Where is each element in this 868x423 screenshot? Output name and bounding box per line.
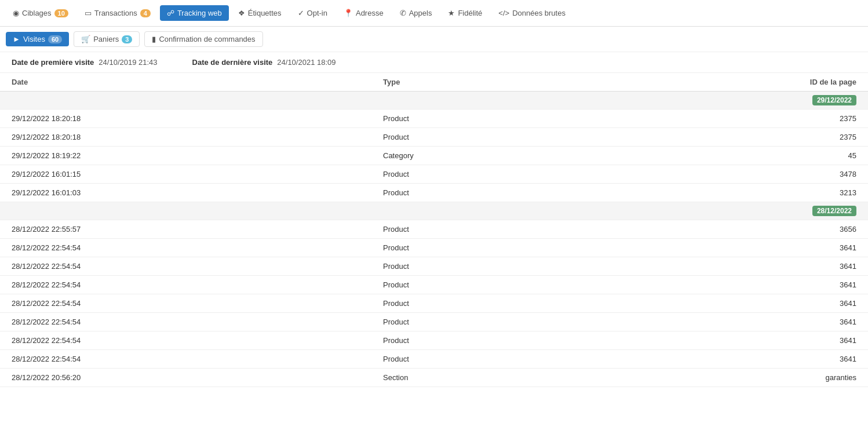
pin-icon: 📍 xyxy=(344,9,353,17)
cell-type: Product xyxy=(371,110,588,128)
table-row: 28/12/2022 22:55:57Product3656 xyxy=(0,220,868,239)
tab-adresse[interactable]: 📍 Adresse xyxy=(337,5,391,21)
cell-date: 28/12/2022 22:54:54 xyxy=(0,313,371,331)
tab-fidelite-label: Fidélité xyxy=(458,9,482,17)
transaction-icon: ▭ xyxy=(85,9,92,17)
column-type: Type xyxy=(371,73,588,92)
tab-donnees-brutes[interactable]: </> Données brutes xyxy=(491,5,572,21)
tab-appels[interactable]: ✆ Appels xyxy=(393,5,439,21)
cell-date: 28/12/2022 22:54:54 xyxy=(0,294,371,313)
cell-type: Product xyxy=(371,184,588,202)
cell-page-id: 3656 xyxy=(588,220,868,239)
globe-icon: ☍ xyxy=(167,9,174,17)
cell-page-id: 45 xyxy=(588,147,868,165)
table-row: 29/12/2022 16:01:15Product3478 xyxy=(0,165,868,184)
table-row: 28/12/2022 22:54:54Product3641 xyxy=(0,350,868,369)
sub-tab-paniers-badge: 3 xyxy=(122,35,132,43)
cell-type: Product xyxy=(371,128,588,147)
table-row: 28/12/2022 22:54:54Product3641 xyxy=(0,257,868,276)
cell-date: 29/12/2022 16:01:03 xyxy=(0,184,371,202)
cell-page-id: 3641 xyxy=(588,313,868,331)
sub-tab-visites-badge: 60 xyxy=(48,35,62,43)
tab-transactions-badge: 4 xyxy=(140,9,151,17)
tab-opt-in[interactable]: ✓ Opt-in xyxy=(291,5,334,21)
cell-date: 29/12/2022 16:01:15 xyxy=(0,165,371,184)
star-icon: ★ xyxy=(448,9,455,17)
cell-page-id: 3641 xyxy=(588,350,868,369)
cell-type: Product xyxy=(371,239,588,257)
table-row: 28/12/2022 22:54:54Product3641 xyxy=(0,239,868,257)
table-row: 28/12/2022 22:54:54Product3641 xyxy=(0,331,868,350)
info-bar: Date de première visite 24/10/2019 21:43… xyxy=(0,52,868,73)
cell-date: 29/12/2022 18:20:18 xyxy=(0,110,371,128)
last-visit-value: 24/10/2021 18:09 xyxy=(277,58,335,67)
cell-page-id: 3641 xyxy=(588,239,868,257)
first-visit-info: Date de première visite 24/10/2019 21:43 xyxy=(12,58,158,67)
sub-tab-visites-label: Visites xyxy=(23,35,45,43)
cell-page-id: 2375 xyxy=(588,128,868,147)
sub-tab-paniers[interactable]: 🛒 Paniers 3 xyxy=(74,31,140,47)
date-group-row: 29/12/2022 xyxy=(0,92,868,110)
cell-page-id: 3641 xyxy=(588,276,868,294)
cell-type: Product xyxy=(371,257,588,276)
cell-date: 28/12/2022 22:54:54 xyxy=(0,239,371,257)
table-row: 28/12/2022 22:54:54Product3641 xyxy=(0,313,868,331)
last-visit-info: Date de dernière visite 24/10/2021 18:09 xyxy=(192,58,336,67)
last-visit-label: Date de dernière visite xyxy=(192,58,273,67)
table-row: 28/12/2022 20:56:20Sectiongaranties xyxy=(0,369,868,387)
tab-ciblages-label: Ciblages xyxy=(22,9,52,17)
column-date: Date xyxy=(0,73,371,92)
tab-opt-in-label: Opt-in xyxy=(307,9,327,17)
date-group-badge: 28/12/2022 xyxy=(812,206,856,216)
date-group-row: 28/12/2022 xyxy=(0,202,868,220)
cell-page-id: 3641 xyxy=(588,294,868,313)
cell-date: 28/12/2022 22:55:57 xyxy=(0,220,371,239)
tab-appels-label: Appels xyxy=(409,9,432,17)
sub-navigation: ► Visites 60 🛒 Paniers 3 ▮ Confirmation … xyxy=(0,27,868,52)
sub-tab-paniers-label: Paniers xyxy=(93,35,119,43)
tab-transactions-label: Transactions xyxy=(94,9,137,17)
tab-tracking-web-label: Tracking web xyxy=(177,9,222,17)
sub-tab-visites[interactable]: ► Visites 60 xyxy=(6,32,69,46)
target-icon: ◉ xyxy=(13,9,19,17)
cell-type: Product xyxy=(371,294,588,313)
tab-transactions[interactable]: ▭ Transactions 4 xyxy=(78,5,158,21)
tab-fidelite[interactable]: ★ Fidélité xyxy=(441,5,489,21)
cell-type: Section xyxy=(371,369,588,387)
cell-date: 29/12/2022 18:20:18 xyxy=(0,128,371,147)
cell-date: 28/12/2022 22:54:54 xyxy=(0,257,371,276)
table-row: 28/12/2022 22:54:54Product3641 xyxy=(0,294,868,313)
first-visit-label: Date de première visite xyxy=(12,58,94,67)
cell-type: Category xyxy=(371,147,588,165)
tab-etiquettes-label: Étiquettes xyxy=(248,9,282,17)
tab-ciblages[interactable]: ◉ Ciblages 10 xyxy=(6,5,75,21)
cell-page-id: 3213 xyxy=(588,184,868,202)
cart-icon: 🛒 xyxy=(81,35,90,43)
cell-type: Product xyxy=(371,276,588,294)
check-icon: ✓ xyxy=(298,9,304,17)
date-group-badge: 29/12/2022 xyxy=(812,95,856,105)
cell-date: 29/12/2022 18:19:22 xyxy=(0,147,371,165)
cell-date: 28/12/2022 22:54:54 xyxy=(0,350,371,369)
table-header-row: Date Type ID de la page xyxy=(0,73,868,92)
table-row: 29/12/2022 18:20:18Product2375 xyxy=(0,128,868,147)
tab-etiquettes[interactable]: ❖ Étiquettes xyxy=(231,5,289,21)
tab-tracking-web[interactable]: ☍ Tracking web xyxy=(160,5,229,21)
table-row: 28/12/2022 22:54:54Product3641 xyxy=(0,276,868,294)
cell-date: 28/12/2022 22:54:54 xyxy=(0,331,371,350)
sub-tab-confirmation[interactable]: ▮ Confirmation de commandes xyxy=(144,31,262,47)
table-row: 29/12/2022 18:19:22Category45 xyxy=(0,147,868,165)
cell-type: Product xyxy=(371,350,588,369)
cell-page-id: 2375 xyxy=(588,110,868,128)
cell-type: Product xyxy=(371,220,588,239)
sub-tab-confirmation-label: Confirmation de commandes xyxy=(159,35,255,43)
tag-icon: ❖ xyxy=(238,9,245,17)
arrow-icon: ► xyxy=(13,35,20,43)
cell-type: Product xyxy=(371,313,588,331)
tab-ciblages-badge: 10 xyxy=(54,9,68,17)
tab-adresse-label: Adresse xyxy=(356,9,384,17)
code-icon: </> xyxy=(498,9,509,17)
cell-type: Product xyxy=(371,165,588,184)
first-visit-value: 24/10/2019 21:43 xyxy=(99,58,157,67)
cell-type: Product xyxy=(371,331,588,350)
